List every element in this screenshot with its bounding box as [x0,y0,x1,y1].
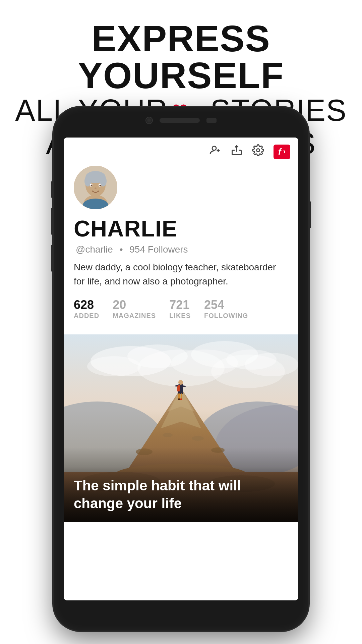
app-content: f › [64,138,298,600]
article-title-line1: The simple habit that will [74,478,241,493]
app-toolbar: f › [64,138,298,162]
phone-speaker [160,118,200,123]
article-card[interactable]: The simple habit that will change your l… [64,334,298,522]
stat-following-number: 254 [204,298,248,312]
article-title-line2: change your life [74,495,182,511]
profile-bio: New daddy, a cool biology teacher, skate… [74,260,288,288]
stat-following[interactable]: 254 FOLLOWING [204,298,248,320]
avatar [74,166,117,209]
stat-added[interactable]: 628 ADDED [74,298,99,320]
svg-point-14 [100,185,101,186]
flipboard-button[interactable]: f › [274,145,290,159]
stats-row: 628 ADDED 20 MAGAZINES 721 LIKES 254 [74,298,288,320]
stat-magazines-label: MAGAZINES [113,312,156,319]
svg-point-15 [95,187,97,189]
add-person-icon[interactable] [209,144,221,159]
phone-camera [145,117,153,124]
stat-following-label: FOLLOWING [204,312,248,319]
svg-point-3 [257,149,260,152]
phone-top-bar [145,117,217,124]
stat-likes-number: 721 [169,298,191,312]
stat-magazines-number: 20 [113,298,156,312]
profile-name: CHARLIE [74,215,288,241]
phone-screen: f › [64,138,298,600]
share-icon[interactable] [231,144,243,159]
hero-line1: EXPRESS YOURSELF [13,20,349,94]
phone-power-button [308,201,311,228]
handle-separator: • [120,244,123,255]
stat-added-number: 628 [74,298,99,312]
stat-added-label: ADDED [74,312,99,319]
phone-sensor [206,118,217,123]
flipboard-f-label: f [278,147,281,157]
article-title: The simple habit that will change your l… [74,477,288,512]
stat-magazines[interactable]: 20 MAGAZINES [113,298,156,320]
profile-username: @charlie [76,244,113,255]
svg-point-13 [91,185,93,186]
profile-followers: 954 Followers [129,244,188,255]
phone-mute-button [51,181,54,198]
phone-vol-down-button [51,245,54,272]
phone-shell: f › [54,107,308,631]
settings-icon[interactable] [252,144,264,159]
flipboard-chevron: › [283,147,286,156]
phone-vol-up-button [51,208,54,235]
profile-section: CHARLIE @charlie • 954 Followers New dad… [64,162,298,334]
article-overlay: The simple habit that will change your l… [64,467,298,522]
stat-likes-label: LIKES [169,312,191,319]
svg-point-0 [212,146,216,150]
stat-likes[interactable]: 721 LIKES [169,298,191,320]
profile-handle: @charlie • 954 Followers [74,244,288,255]
phone-device: f › [54,107,308,631]
